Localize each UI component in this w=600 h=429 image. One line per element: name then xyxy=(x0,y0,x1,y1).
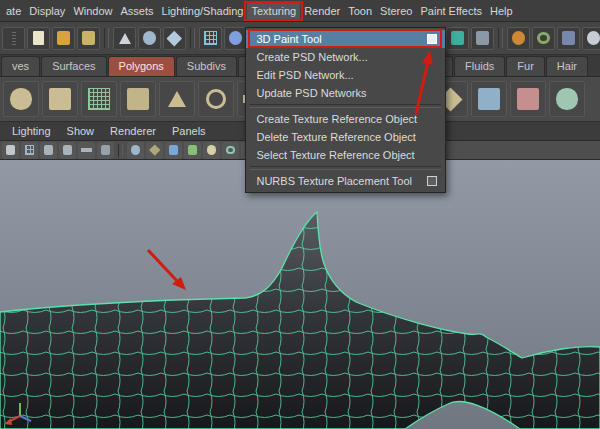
film-gate-icon[interactable] xyxy=(40,142,57,159)
append-polygon-icon-glyph xyxy=(517,88,538,109)
shelf-tab-fluids[interactable]: Fluids xyxy=(454,56,505,76)
menu-assets[interactable]: Assets xyxy=(117,2,158,20)
paint-effects-icon[interactable] xyxy=(507,27,530,50)
snap-to-grid-icon[interactable] xyxy=(199,27,222,50)
camera-attributes-icon[interactable] xyxy=(127,142,144,159)
menu-item-label: NURBS Texture Placement Tool xyxy=(256,175,421,187)
save-scene-icon-glyph xyxy=(82,31,95,44)
viewport-canvas[interactable] xyxy=(0,160,600,429)
field-chart-icon[interactable] xyxy=(97,142,114,159)
menu-item-select-texture-reference-object[interactable]: Select Texture Reference Object xyxy=(246,146,445,164)
menu-help[interactable]: Help xyxy=(486,2,517,20)
hypershade-icon[interactable] xyxy=(532,27,555,50)
poly-cylinder-icon-glyph xyxy=(127,88,148,109)
image-plane-icon-glyph xyxy=(169,145,178,154)
append-polygon-icon[interactable] xyxy=(510,81,546,117)
wireframe-on-shaded-icon[interactable] xyxy=(222,142,239,159)
display-layers-icon[interactable] xyxy=(557,27,580,50)
bookmarks-icon-glyph xyxy=(149,145,160,156)
smooth-icon-glyph xyxy=(556,88,577,109)
menu-item-create-texture-reference-object[interactable]: Create Texture Reference Object xyxy=(246,110,445,128)
shelf-tab-subdivs[interactable]: Subdivs xyxy=(176,56,237,76)
menu-item-nurbs-texture-placement-tool[interactable]: NURBS Texture Placement Tool xyxy=(246,172,445,190)
menu-display[interactable]: Display xyxy=(25,2,69,20)
menu-paint-effects[interactable]: Paint Effects xyxy=(416,2,486,20)
poly-cone-icon[interactable] xyxy=(159,81,195,117)
gate-mask-icon[interactable] xyxy=(78,142,95,159)
two-panes-icon[interactable] xyxy=(184,142,201,159)
image-plane-icon[interactable] xyxy=(165,142,182,159)
panel-menu-show[interactable]: Show xyxy=(59,123,103,139)
panel-menu-renderer[interactable]: Renderer xyxy=(102,123,164,139)
resolution-gate-icon-glyph xyxy=(63,145,72,154)
select-by-component-icon[interactable] xyxy=(163,27,186,50)
menu-item-edit-psd-network[interactable]: Edit PSD Network... xyxy=(246,66,445,84)
quick-select-icon[interactable] xyxy=(582,27,600,50)
panel-menu-panels[interactable]: Panels xyxy=(164,123,214,139)
menu-item-3d-paint-tool[interactable]: 3D Paint Tool xyxy=(246,30,445,48)
render-settings-icon-glyph xyxy=(476,31,489,44)
select-by-object-icon-glyph xyxy=(143,31,156,44)
smooth-icon[interactable] xyxy=(549,81,585,117)
bookmarks-icon[interactable] xyxy=(146,142,163,159)
menu-stereo[interactable]: Stereo xyxy=(376,2,416,20)
save-scene-icon[interactable] xyxy=(77,27,100,50)
shelf-tab-polygons[interactable]: Polygons xyxy=(108,56,175,76)
select-by-object-icon[interactable] xyxy=(138,27,161,50)
toolbar-separator xyxy=(190,28,195,48)
grid-toggle-icon[interactable] xyxy=(21,142,38,159)
panel-menu-lighting[interactable]: Lighting xyxy=(4,123,59,139)
select-camera-icon[interactable] xyxy=(2,142,19,159)
menu-lighting-shading[interactable]: Lighting/Shading xyxy=(158,2,248,20)
poly-cone-icon-glyph xyxy=(168,91,186,107)
open-scene-icon[interactable] xyxy=(52,27,75,50)
poly-cube-icon-glyph xyxy=(49,88,70,109)
viewport[interactable] xyxy=(0,160,600,429)
menu-toon[interactable]: Toon xyxy=(344,2,376,20)
shark-wireframe-model[interactable] xyxy=(0,212,600,429)
menu-separator xyxy=(250,166,441,170)
toolbox-grip-icon-glyph xyxy=(12,31,16,46)
toolbox-grip-icon[interactable] xyxy=(2,27,25,50)
display-layers-icon-glyph xyxy=(562,31,575,44)
menubar: ateDisplayWindowAssetsLighting/ShadingTe… xyxy=(0,0,600,22)
ipr-render-icon[interactable] xyxy=(446,27,469,50)
render-settings-icon[interactable] xyxy=(471,27,494,50)
menu-render[interactable]: Render xyxy=(300,2,344,20)
shelf-tab-ves[interactable]: ves xyxy=(1,56,40,76)
menu-window[interactable]: Window xyxy=(69,2,116,20)
poly-sphere-axes-icon[interactable] xyxy=(81,81,117,117)
menu-item-create-psd-network[interactable]: Create PSD Network... xyxy=(246,48,445,66)
xray-icon[interactable] xyxy=(203,142,220,159)
menu-item-label: Delete Texture Reference Object xyxy=(256,131,437,143)
texturing-dropdown: 3D Paint ToolCreate PSD Network...Edit P… xyxy=(245,27,446,193)
gate-mask-icon-glyph xyxy=(81,148,92,152)
menu-texturing[interactable]: Texturing xyxy=(247,2,300,20)
snap-to-curve-icon-glyph xyxy=(229,31,242,44)
shelf-tab-fur[interactable]: Fur xyxy=(506,56,545,76)
option-box-icon[interactable] xyxy=(427,34,437,44)
xray-icon-glyph xyxy=(207,145,216,154)
poly-sphere-icon[interactable] xyxy=(3,81,39,117)
menu-item-update-psd-networks[interactable]: Update PSD Networks xyxy=(246,84,445,102)
select-by-hierarchy-icon[interactable] xyxy=(113,27,136,50)
new-scene-icon[interactable] xyxy=(27,27,50,50)
menu-ate[interactable]: ate xyxy=(2,2,25,20)
shelf-tab-surfaces[interactable]: Surfaces xyxy=(41,56,106,76)
poly-torus-icon[interactable] xyxy=(198,81,234,117)
resolution-gate-icon[interactable] xyxy=(59,142,76,159)
film-gate-icon-glyph xyxy=(44,145,53,154)
menu-item-label: Update PSD Networks xyxy=(256,87,437,99)
quick-select-icon-glyph xyxy=(587,31,600,44)
snap-to-curve-icon[interactable] xyxy=(224,27,247,50)
toolbar-separator xyxy=(498,28,503,48)
poly-cylinder-icon[interactable] xyxy=(120,81,156,117)
camera-attributes-icon-glyph xyxy=(131,145,140,154)
option-box-icon[interactable] xyxy=(427,176,437,186)
poly-sphere-icon-glyph xyxy=(10,88,31,109)
menu-item-delete-texture-reference-object[interactable]: Delete Texture Reference Object xyxy=(246,128,445,146)
select-by-hierarchy-icon-glyph xyxy=(119,33,131,44)
interactive-split-icon[interactable] xyxy=(471,81,507,117)
poly-cube-icon[interactable] xyxy=(42,81,78,117)
shelf-tab-hair[interactable]: Hair xyxy=(546,56,588,76)
